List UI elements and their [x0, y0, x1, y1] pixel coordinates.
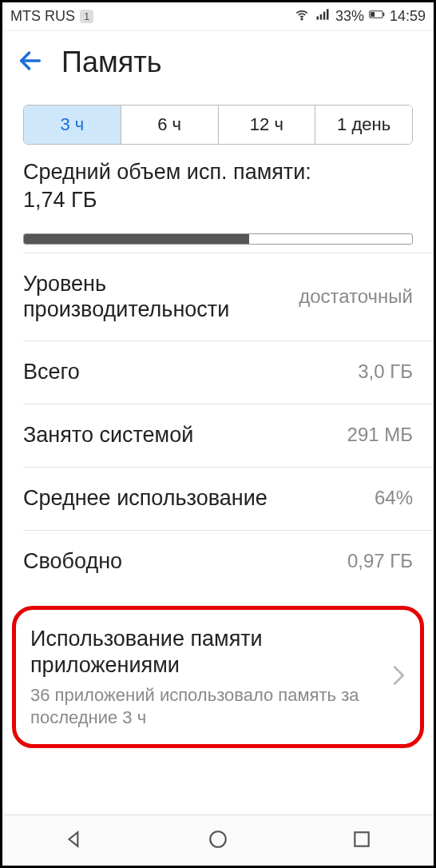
clock: 14:59 [390, 8, 426, 25]
segment-3h[interactable]: 3 ч [24, 106, 121, 144]
nav-back-icon[interactable] [64, 829, 85, 853]
row-system: Занято системой 291 МБ [2, 404, 434, 467]
status-bar: MTS RUS 1 33% 14:59 [2, 2, 434, 31]
performance-value: достаточный [299, 285, 413, 309]
segment-12h[interactable]: 12 ч [219, 106, 316, 144]
battery-icon [369, 6, 385, 26]
avg-memory-label: Средний объем исп. памяти: [23, 159, 413, 186]
nav-home-icon[interactable] [208, 829, 228, 853]
avg-memory-value: 1,74 ГБ [23, 188, 413, 213]
signal-icon [315, 6, 331, 26]
memory-usage-bar [23, 233, 413, 245]
total-value: 3,0 ГБ [358, 360, 413, 384]
svg-rect-2 [320, 14, 323, 20]
page-title: Память [61, 46, 161, 79]
time-range-segmented: 3 ч 6 ч 12 ч 1 день [23, 105, 413, 145]
apps-usage-subtitle: 36 приложений использовало память за пос… [30, 684, 391, 728]
avguse-value: 64% [375, 487, 413, 510]
free-label: Свободно [23, 548, 347, 574]
apps-memory-usage-row[interactable]: Использование памяти приложениями 36 при… [12, 606, 424, 749]
svg-rect-1 [316, 17, 319, 20]
back-arrow-icon[interactable] [17, 47, 44, 78]
svg-rect-7 [371, 12, 375, 17]
header: Память [2, 31, 434, 94]
memory-usage-fill [24, 234, 249, 244]
chevron-right-icon [391, 664, 406, 690]
svg-rect-3 [323, 12, 326, 20]
battery-percent: 33% [335, 8, 364, 25]
nav-recent-icon[interactable] [351, 829, 372, 853]
svg-point-0 [301, 18, 303, 20]
svg-rect-9 [355, 832, 368, 846]
svg-point-8 [210, 831, 226, 847]
system-label: Занято системой [23, 422, 347, 448]
carrier-label: MTS RUS [10, 8, 75, 25]
total-label: Всего [23, 359, 358, 384]
svg-rect-6 [383, 13, 384, 16]
navigation-bar [2, 814, 434, 866]
row-free: Свободно 0,97 ГБ [2, 531, 434, 593]
apps-usage-title: Использование памяти приложениями [30, 626, 391, 680]
row-avg-use: Среднее использование 64% [2, 468, 434, 530]
wifi-icon [294, 6, 310, 26]
free-value: 0,97 ГБ [347, 550, 413, 573]
svg-rect-4 [327, 9, 329, 19]
row-total: Всего 3,0 ГБ [2, 341, 434, 404]
sim-badge: 1 [80, 10, 93, 23]
segment-6h[interactable]: 6 ч [121, 106, 219, 144]
system-value: 291 МБ [347, 424, 413, 447]
segment-1day[interactable]: 1 день [315, 106, 412, 144]
performance-label: Уровень производительности [23, 271, 299, 323]
avguse-label: Среднее использование [23, 485, 375, 511]
row-performance: Уровень производительности достаточный [2, 253, 434, 340]
